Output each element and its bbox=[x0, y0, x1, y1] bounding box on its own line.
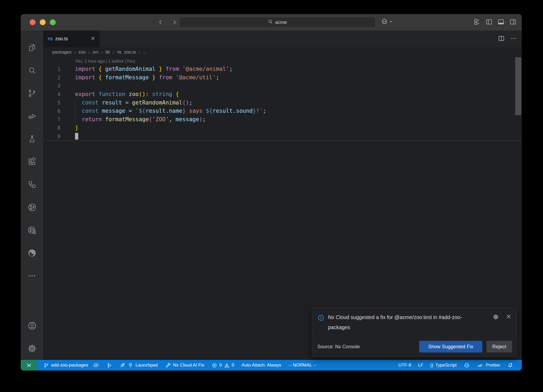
auto-attach-label: Auto Attach: Always bbox=[242, 363, 281, 368]
notifications-bell[interactable] bbox=[505, 360, 516, 371]
breadcrumb-item[interactable]: lib bbox=[106, 50, 110, 55]
status-bar: add-zoo-packages Launchpad Nx Cloud AI F… bbox=[21, 360, 522, 371]
error-count: 0 bbox=[219, 363, 222, 368]
maximize-window-button[interactable] bbox=[50, 19, 56, 25]
tab-bar: TS zoo.ts bbox=[43, 31, 522, 47]
nx-console-icon[interactable] bbox=[21, 196, 43, 219]
double-check-icon bbox=[477, 362, 484, 369]
chevron-right-icon: › bbox=[113, 50, 114, 55]
search-icon bbox=[268, 19, 273, 25]
copilot-icon bbox=[381, 18, 388, 26]
code-lines: 1import { getRandomAnimal } from '@acme/… bbox=[43, 65, 522, 141]
warning-count: 0 bbox=[232, 363, 234, 368]
window-controls bbox=[30, 19, 56, 25]
close-window-button[interactable] bbox=[30, 19, 36, 25]
notification-message: Nx Cloud suggested a fix for @acme/zoo:t… bbox=[328, 312, 476, 332]
copilot-menu-button[interactable] bbox=[381, 18, 393, 26]
vim-block-cursor bbox=[75, 133, 78, 140]
breadcrumb-file[interactable]: zoo.ts bbox=[124, 50, 136, 55]
chevron-right-icon: › bbox=[139, 50, 140, 55]
warning-icon bbox=[224, 363, 230, 368]
breadcrumb-item[interactable]: zoo bbox=[78, 50, 86, 55]
toggle-sidebar-icon[interactable] bbox=[485, 18, 493, 27]
more-icon[interactable] bbox=[21, 264, 43, 287]
command-center-search[interactable]: acme bbox=[179, 17, 376, 28]
source-control-icon[interactable] bbox=[21, 82, 43, 105]
encoding-status[interactable]: UTF-8 bbox=[396, 360, 414, 371]
tab-zoo-ts[interactable]: TS zoo.ts bbox=[43, 31, 99, 47]
edge-browser-icon[interactable] bbox=[21, 242, 43, 264]
eol-status[interactable]: LF bbox=[415, 360, 426, 371]
explorer-icon[interactable] bbox=[21, 36, 43, 59]
chevron-right-icon: › bbox=[74, 50, 76, 55]
line-number: 6 bbox=[43, 107, 67, 115]
search-icon[interactable] bbox=[21, 59, 43, 82]
eol-label: LF bbox=[418, 363, 423, 368]
launchpad-label: Launchpad bbox=[135, 363, 158, 368]
vim-mode-label: -- NORMAL -- bbox=[288, 363, 316, 368]
plug-icon bbox=[128, 362, 133, 368]
breadcrumb-item[interactable]: packages bbox=[52, 50, 72, 55]
show-suggested-fix-button[interactable]: Show Suggested Fix bbox=[419, 341, 482, 352]
code-line-4: 4export function zoo(): string { bbox=[43, 90, 522, 99]
gitlens-launchpad[interactable]: Launchpad bbox=[117, 360, 160, 371]
back-button[interactable] bbox=[157, 19, 164, 26]
language-mode-status[interactable]: {} TypeScript bbox=[428, 360, 459, 371]
copilot-icon bbox=[463, 362, 470, 369]
rocket-icon bbox=[120, 362, 125, 368]
language-label: TypeScript bbox=[435, 363, 457, 368]
braces-icon: {} bbox=[430, 363, 433, 368]
split-editor-icon[interactable] bbox=[498, 35, 505, 43]
bell-dot-icon bbox=[507, 362, 513, 368]
toggle-secondary-sidebar-icon[interactable] bbox=[509, 18, 516, 27]
minimize-window-button[interactable] bbox=[40, 19, 46, 25]
git-branch-status[interactable]: add-zoo-packages bbox=[41, 360, 102, 371]
line-number: 8 bbox=[43, 124, 67, 132]
nx-project-graph-icon[interactable] bbox=[21, 173, 43, 196]
breadcrumb-item[interactable]: src bbox=[93, 50, 99, 55]
customize-layout-icon[interactable] bbox=[474, 18, 481, 27]
close-notification-icon[interactable] bbox=[506, 314, 511, 321]
run-and-debug-icon[interactable] bbox=[21, 105, 43, 128]
reject-button[interactable]: Reject bbox=[487, 341, 512, 352]
nx-cloud-ai-fix[interactable]: Nx Cloud AI Fix bbox=[163, 360, 207, 371]
accounts-icon[interactable] bbox=[21, 314, 43, 337]
breadcrumb-more[interactable]: ... bbox=[143, 50, 147, 55]
gitlens-blame-annotation: You, 1 hour ago | 1 author (You) bbox=[43, 57, 522, 65]
typescript-file-icon: TS bbox=[47, 37, 52, 41]
line-number: 2 bbox=[43, 73, 67, 82]
testing-icon[interactable] bbox=[21, 128, 43, 150]
branch-name: add-zoo-packages bbox=[51, 363, 88, 368]
copilot-status[interactable] bbox=[461, 360, 473, 371]
code-line-6: 6 const message = `${result.name} says $… bbox=[43, 107, 522, 115]
breadcrumb: packages › zoo › src › lib › TS zoo.ts ›… bbox=[43, 47, 522, 57]
notification-settings-gear-icon[interactable] bbox=[493, 314, 499, 321]
code-line-3: 3 bbox=[43, 82, 522, 90]
extensions-icon[interactable] bbox=[21, 150, 43, 173]
line-number: 5 bbox=[43, 99, 67, 107]
chevron-right-icon: › bbox=[101, 50, 103, 55]
source-control-graph-item[interactable] bbox=[104, 360, 115, 371]
git-branch-icon bbox=[43, 363, 49, 368]
code-line-2: 2import { formatMessage } from '@acme/ut… bbox=[43, 73, 522, 82]
editor-group: TS zoo.ts packages › zoo › src › lib › T… bbox=[43, 31, 522, 360]
publish-cloud-upload-icon[interactable] bbox=[93, 362, 99, 368]
code-line-1: 1import { getRandomAnimal } from '@acme/… bbox=[43, 65, 522, 73]
vim-mode-indicator[interactable]: -- NORMAL -- bbox=[286, 360, 319, 371]
editor-scrollbar[interactable] bbox=[515, 57, 521, 115]
forward-button[interactable] bbox=[171, 19, 178, 26]
remote-indicator[interactable] bbox=[21, 360, 37, 371]
problems-status[interactable]: 0 0 bbox=[209, 360, 237, 371]
nx-cloud-icon[interactable] bbox=[21, 219, 43, 242]
line-number: 4 bbox=[43, 90, 67, 99]
close-tab-icon[interactable] bbox=[91, 36, 95, 42]
formatter-status[interactable]: Prettier bbox=[474, 360, 503, 371]
auto-attach-status[interactable]: Auto Attach: Always bbox=[239, 360, 284, 371]
tab-label: zoo.ts bbox=[55, 36, 88, 42]
line-number: 7 bbox=[43, 115, 67, 124]
editor-more-actions-icon[interactable] bbox=[510, 35, 517, 43]
toggle-panel-icon[interactable] bbox=[497, 18, 505, 27]
code-line-7: 7 return formatMessage('ZOO', message); bbox=[43, 115, 522, 124]
line-number: 3 bbox=[43, 82, 67, 90]
settings-gear-icon[interactable] bbox=[21, 337, 43, 360]
